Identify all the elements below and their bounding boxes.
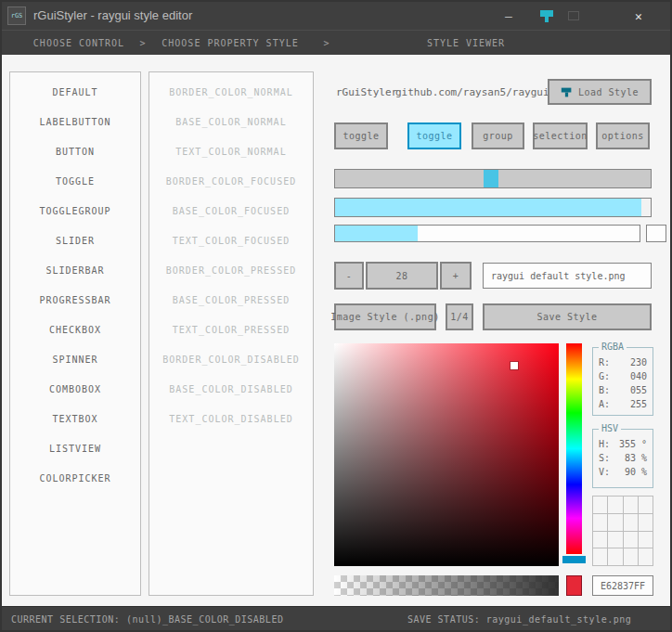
property-item-border-color-disabled[interactable]: BORDER_COLOR_DISABLED [149,345,313,375]
app-icon: rGS [7,6,26,25]
control-item-combobox[interactable]: COMBOBOX [10,375,140,405]
palette-cell[interactable] [593,532,607,548]
property-item-base-color-focused[interactable]: BASE_COLOR_FOCUSED [149,197,313,226]
titlebar: rGS rGuiStyler - raygui style editor – ✕ [2,2,670,30]
control-item-colorpicker[interactable]: COLORPICKER [10,464,140,494]
app-name-label: rGuiStyler [336,86,397,98]
control-item-progressbar[interactable]: PROGRESSBAR [10,286,140,316]
control-item-listview[interactable]: LISTVIEW [10,434,140,464]
toggle-button-2-active[interactable]: toggle [407,123,461,149]
ratio-button[interactable]: 1/4 [446,303,473,330]
rgba-r-label: R: [599,355,610,369]
property-item-base-color-normal[interactable]: BASE_COLOR_NORMAL [149,108,313,137]
palette-cell[interactable] [624,497,638,513]
sv-cursor[interactable] [510,362,518,369]
palette-cell[interactable] [608,497,622,513]
palette-cell[interactable] [624,514,638,531]
color-saturation-value-area[interactable] [334,343,559,566]
statusbar: CURRENT SELECTION: (null)_BASE_COLOR_DIS… [2,606,670,630]
palette-cell[interactable] [593,548,607,565]
rgba-a-label: A: [599,397,610,411]
palette-cell[interactable] [608,514,622,531]
filename-textbox[interactable] [483,263,652,289]
rgba-panel-title: RGBA [599,342,627,352]
palette-cell[interactable] [639,497,653,513]
minimize-button[interactable]: – [496,2,522,30]
palette-cell[interactable] [624,548,638,565]
control-item-spinner[interactable]: SPINNER [10,345,140,375]
property-item-base-color-pressed[interactable]: BASE_COLOR_PRESSED [149,286,313,316]
toolbar-section-choose-property: CHOOSE PROPERTY STYLE [162,38,298,48]
rgba-row-g: G:040 [593,369,653,383]
palette-cell[interactable] [624,532,638,548]
save-style-button[interactable]: Save Style [483,303,652,330]
rgba-a-value: 255 [630,397,647,411]
rgba-b-label: B: [599,383,610,397]
control-item-sliderbar[interactable]: SLIDERBAR [10,256,140,286]
toggle-button-group[interactable]: group [472,123,524,149]
slider-handle[interactable] [484,170,498,187]
rgba-row-b: B:055 [593,383,653,397]
control-item-labelbutton[interactable]: LABELBUTTON [10,108,140,137]
close-button[interactable]: ✕ [626,2,652,30]
property-item-border-color-normal[interactable]: BORDER_COLOR_NORMAL [149,78,313,108]
sliderbar-fill [335,226,418,241]
app-window: rGS rGuiStyler - raygui style editor – ✕… [0,0,672,632]
palette-cell[interactable] [608,548,622,565]
control-item-checkbox[interactable]: CHECKBOX [10,316,140,345]
spinner-value-box[interactable]: 28 [366,262,438,290]
toggle-button-selection[interactable]: selection [533,123,588,149]
palette-cell[interactable] [639,532,653,548]
control-item-button[interactable]: BUTTON [10,137,140,167]
checkbox-control[interactable] [646,225,666,242]
hsv-panel-title: HSV [599,423,621,433]
property-item-border-color-pressed[interactable]: BORDER_COLOR_PRESSED [149,256,313,286]
alpha-slider-bar[interactable] [334,575,559,596]
color-palette-grid [592,496,653,566]
hue-slider [562,343,586,562]
chevron-right-separator: > [323,38,330,48]
palette-cell[interactable] [639,548,653,565]
control-item-default[interactable]: DEFAULT [10,78,140,108]
sliderbar-control[interactable] [334,225,640,242]
status-current-selection: CURRENT SELECTION: (null)_BASE_COLOR_DIS… [11,613,283,624]
hex-value-box[interactable]: E62837FF [592,575,653,596]
load-style-button[interactable]: Load Style [548,79,652,105]
hue-bar[interactable] [566,343,582,554]
maximize-button[interactable] [561,2,587,30]
palette-cell[interactable] [639,514,653,531]
hsv-panel: HSV H:355 ° S:83 % V:90 % [592,429,653,488]
property-item-text-color-normal[interactable]: TEXT_COLOR_NORMAL [149,137,313,167]
window-title: rGuiStyler - raygui style editor [33,8,192,22]
load-style-icon [561,86,573,98]
property-item-border-color-focused[interactable]: BORDER_COLOR_FOCUSED [149,167,313,197]
property-item-base-color-disabled[interactable]: BASE_COLOR_DISABLED [149,375,313,405]
load-style-label: Load Style [578,87,639,97]
toggle-button-1[interactable]: toggle [334,123,388,149]
palette-cell[interactable] [608,532,622,548]
repo-link[interactable]: github.com/raysan5/raygui [395,86,549,98]
image-style-button[interactable]: Image Style (.png) [334,303,436,330]
spinner-plus-button[interactable]: + [440,262,472,290]
control-item-toggle[interactable]: TOGGLE [10,167,140,197]
maximize-icon [568,11,579,20]
section-toolbar: CHOOSE CONTROL > CHOOSE PROPERTY STYLE >… [2,30,670,55]
palette-cell[interactable] [593,514,607,531]
property-item-text-color-focused[interactable]: TEXT_COLOR_FOCUSED [149,226,313,256]
paint-tool-icon[interactable] [538,8,555,24]
control-item-slider[interactable]: SLIDER [10,226,140,256]
controls-list: DEFAULT LABELBUTTON BUTTON TOGGLE TOGGLE… [9,71,141,596]
property-item-text-color-disabled[interactable]: TEXT_COLOR_DISABLED [149,405,313,434]
slider-control[interactable] [334,169,652,188]
control-item-textbox[interactable]: TEXTBOX [10,405,140,434]
hsv-s-label: S: [599,451,610,465]
toggle-button-options[interactable]: options [596,123,650,149]
spinner-minus-button[interactable]: - [334,262,364,290]
hue-handle[interactable] [562,556,586,563]
hsv-v-label: V: [599,465,610,479]
hsv-row-h: H:355 ° [593,437,653,451]
control-item-togglegroup[interactable]: TOGGLEGROUP [10,197,140,226]
hsv-s-value: 83 % [625,451,647,465]
property-item-text-color-pressed[interactable]: TEXT_COLOR_PRESSED [149,316,313,345]
palette-cell[interactable] [593,497,607,513]
